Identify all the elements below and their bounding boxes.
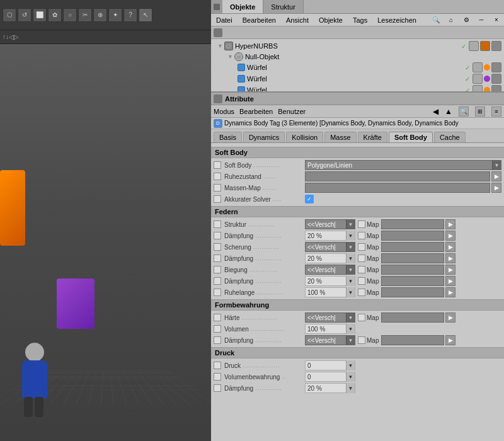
map-field-daempfung-form[interactable] bbox=[381, 335, 444, 345]
field-ruhezustand[interactable] bbox=[305, 171, 490, 181]
dropdown-scherung[interactable]: <<Versch| ▼ bbox=[305, 242, 355, 252]
dropdown-arrow-daempfung1[interactable]: ▼ bbox=[346, 231, 355, 241]
map-btn-daempfung3[interactable]: ▶ bbox=[445, 276, 455, 286]
dropdown-daempfung-druck[interactable]: 20 % ▼ bbox=[305, 383, 355, 393]
map-field-haerte[interactable] bbox=[381, 312, 444, 323]
checkbox-massenmap[interactable] bbox=[214, 184, 221, 192]
nav-up[interactable]: ▲ bbox=[445, 107, 452, 116]
map-check-daempfung3[interactable] bbox=[358, 277, 365, 285]
list-item[interactable]: Würfel ✓ bbox=[212, 73, 503, 84]
checkbox-daempfung-form[interactable] bbox=[214, 336, 221, 344]
map-check-struktur[interactable] bbox=[358, 220, 365, 228]
toolbar-icon-6[interactable]: ✂ bbox=[78, 8, 92, 22]
list-item[interactable]: ▼ ⬡ HyperNURBS ✓ bbox=[212, 40, 503, 52]
toolbar-icon-7[interactable]: ⊕ bbox=[93, 8, 107, 22]
dropdown-arrow-daempfung-druck[interactable]: ▼ bbox=[346, 383, 355, 393]
dropdown-ruhelange[interactable]: 100 % ▼ bbox=[305, 287, 355, 297]
toolbar-icon-4[interactable]: ✿ bbox=[48, 8, 62, 22]
dropdown-arrow-druck[interactable]: ▼ bbox=[346, 360, 355, 370]
dropdown-arrow-scherung[interactable]: ▼ bbox=[346, 242, 355, 252]
dropdown-softbody-type[interactable]: Polygone/Linien ▼ bbox=[305, 160, 501, 170]
map-check-ruhelange[interactable] bbox=[358, 289, 365, 296]
map-check-scherung[interactable] bbox=[358, 243, 365, 251]
tab-objekte[interactable]: Objekte bbox=[222, 0, 263, 13]
checkbox-haerte[interactable] bbox=[214, 314, 221, 321]
dropdown-arrow-softbody[interactable]: ▼ bbox=[492, 160, 501, 170]
map-check-daempfung2[interactable] bbox=[358, 255, 365, 262]
map-btn-daempfung-form[interactable]: ▶ bbox=[445, 335, 455, 345]
menu-lesezeichen[interactable]: Lesezeichen bbox=[375, 16, 419, 24]
map-field-daempfung1[interactable] bbox=[381, 231, 444, 241]
checkbox-daempfung-druck[interactable] bbox=[214, 384, 221, 392]
tab-struktur[interactable]: Struktur bbox=[263, 0, 304, 13]
dropdown-arrow-volumen[interactable]: ▼ bbox=[346, 324, 355, 334]
dropdown-arrow-daempfung2[interactable]: ▼ bbox=[346, 253, 355, 263]
checkbox-volumenbewahrung[interactable] bbox=[214, 373, 221, 381]
checkbox-volumen[interactable] bbox=[214, 325, 221, 333]
toolbar-icon-3[interactable]: ⬜ bbox=[33, 8, 47, 22]
toolbar-icon-1[interactable]: ⬡ bbox=[3, 8, 16, 22]
map-btn-haerte[interactable]: ▶ bbox=[445, 312, 455, 323]
window-minimize[interactable]: ─ bbox=[476, 15, 486, 25]
toolbar-icon-8[interactable]: ✦ bbox=[108, 8, 122, 22]
btn-ruhezustand[interactable]: ▶ bbox=[491, 171, 501, 181]
dropdown-haerte[interactable]: <<Versch| ▼ bbox=[305, 312, 355, 323]
map-check-daempfung-form[interactable] bbox=[358, 336, 365, 344]
map-check-daempfung1[interactable] bbox=[358, 232, 365, 239]
map-btn-struktur[interactable]: ▶ bbox=[445, 219, 455, 229]
toolbar-cursor[interactable]: ↖ bbox=[139, 8, 152, 22]
menu-datei[interactable]: Datei bbox=[214, 16, 235, 24]
checkbox-struktur[interactable] bbox=[214, 220, 221, 228]
tab-kraefte[interactable]: Kräfte bbox=[358, 132, 387, 142]
menu-objekte[interactable]: Objekte bbox=[316, 16, 345, 24]
toolbar-icon-2[interactable]: ↺ bbox=[18, 8, 32, 22]
list-item[interactable]: ▼ ○ Null-Objekt bbox=[212, 52, 503, 62]
menu-tags[interactable]: Tags bbox=[350, 16, 370, 24]
map-field-ruhelange[interactable] bbox=[381, 287, 444, 297]
btn-massenmap[interactable]: ▶ bbox=[491, 183, 501, 193]
list-item[interactable]: Würfel ✓ bbox=[212, 62, 503, 73]
map-check-biegung[interactable] bbox=[358, 266, 365, 273]
dropdown-biegung[interactable]: <<Versch| ▼ bbox=[305, 265, 355, 275]
checkbox-daempfung1[interactable] bbox=[214, 232, 221, 239]
dropdown-daempfung1[interactable]: 20 % ▼ bbox=[305, 231, 355, 241]
settings-icon[interactable]: ⚙ bbox=[461, 15, 471, 25]
checkbox-ruhezustand[interactable] bbox=[214, 173, 221, 180]
dropdown-struktur[interactable]: <<Versch| ▼ bbox=[305, 219, 355, 229]
home-icon[interactable]: ⌂ bbox=[446, 15, 456, 25]
dropdown-arrow-haerte[interactable]: ▼ bbox=[346, 312, 355, 323]
tab-basis[interactable]: Basis bbox=[214, 132, 242, 142]
toolbar-icon-9[interactable]: ? bbox=[123, 8, 137, 22]
attr-menu-icon[interactable]: ≡ bbox=[491, 106, 501, 117]
checkbox-ruhelange[interactable] bbox=[214, 289, 221, 296]
tab-dynamics[interactable]: Dynamics bbox=[243, 132, 285, 142]
checkbox-daempfung3[interactable] bbox=[214, 277, 221, 285]
map-field-struktur[interactable] bbox=[381, 219, 444, 229]
menu-ansicht[interactable]: Ansicht bbox=[284, 16, 311, 24]
tab-kollision[interactable]: Kollision bbox=[286, 132, 323, 142]
map-field-biegung[interactable] bbox=[381, 265, 444, 275]
map-check-haerte[interactable] bbox=[358, 314, 365, 321]
dropdown-arrow-daempfung-form[interactable]: ▼ bbox=[346, 335, 355, 345]
checkbox-druck[interactable] bbox=[214, 362, 221, 369]
dropdown-arrow-volumenbewahrung[interactable]: ▼ bbox=[346, 372, 355, 382]
map-field-daempfung3[interactable] bbox=[381, 276, 444, 286]
akkurater-checked[interactable]: ✓ bbox=[305, 195, 314, 203]
map-btn-daempfung2[interactable]: ▶ bbox=[445, 253, 455, 263]
dropdown-daempfung3[interactable]: 20 % ▼ bbox=[305, 276, 355, 286]
attr-menu-benutzer[interactable]: Benutzer bbox=[278, 108, 306, 115]
checkbox-akkurater[interactable] bbox=[214, 195, 221, 203]
dropdown-daempfung-form[interactable]: <<Versch| ▼ bbox=[305, 335, 355, 345]
map-btn-scherung[interactable]: ▶ bbox=[445, 242, 455, 252]
checkbox-softbody[interactable] bbox=[214, 161, 221, 169]
dropdown-daempfung2[interactable]: 20 % ▼ bbox=[305, 253, 355, 263]
window-close[interactable]: × bbox=[491, 15, 501, 25]
search-icon[interactable]: 🔍 bbox=[431, 15, 441, 25]
checkbox-scherung[interactable] bbox=[214, 243, 221, 251]
search-attr-icon[interactable]: 🔍 bbox=[459, 106, 469, 117]
list-item[interactable]: Würfel ✓ bbox=[212, 84, 503, 93]
nav-prev[interactable]: ◀ bbox=[433, 107, 438, 116]
map-field-scherung[interactable] bbox=[381, 242, 444, 252]
attr-menu-bearbeiten[interactable]: Bearbeiten bbox=[239, 108, 273, 115]
attr-expand-icon[interactable]: ⊞ bbox=[475, 106, 485, 117]
